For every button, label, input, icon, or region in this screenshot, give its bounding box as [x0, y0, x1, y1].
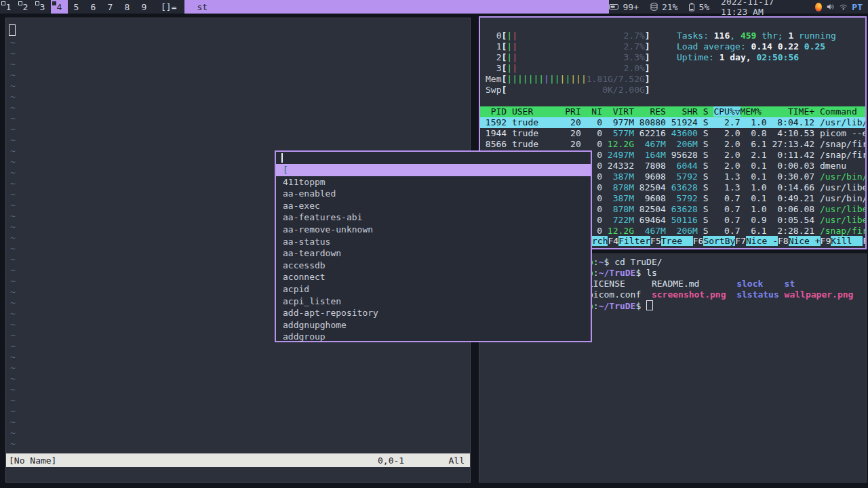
launcher-item[interactable]: acpi_listen [276, 296, 591, 308]
htop-table-header[interactable]: PID USER PRI NI VIRT RES SHR S CPU%▽MEM%… [480, 106, 865, 117]
keyboard-layout[interactable]: PT [852, 2, 863, 12]
tag-label: 2 [23, 2, 28, 12]
text-segment: F7 [735, 236, 746, 246]
text-line: LICENSE README.md slock st [588, 279, 853, 289]
workspace-tag-7[interactable]: 7 [102, 0, 119, 14]
launcher-item[interactable]: 411toppm [276, 176, 591, 188]
text-segment: 82504 [634, 182, 671, 192]
launcher-item[interactable]: aa-teardown [276, 247, 591, 260]
launcher-item[interactable]: accessdb [276, 260, 591, 272]
launcher-item[interactable]: addgroup [276, 331, 591, 343]
text-segment [646, 300, 653, 310]
text-segment: Tree [661, 236, 693, 246]
launcher-item[interactable]: aa-exec [276, 200, 591, 212]
text-line: p:~/TruDE$ ls [588, 268, 853, 279]
tag-label: 6 [91, 2, 96, 12]
text-segment: | [549, 74, 555, 84]
workspace-tag-9[interactable]: 9 [136, 0, 153, 14]
text-segment: 8566 trude 20 0 [480, 139, 608, 149]
text-segment: 5792 [671, 171, 698, 182]
text-segment: PID USER PRI NI VIRT RES SHR S [480, 106, 713, 117]
launcher-item[interactable]: aa-features-abi [276, 211, 591, 224]
workspace-tag-6[interactable]: 6 [85, 0, 102, 14]
launcher-item[interactable]: addgnupghome [276, 319, 591, 331]
text-segment: 62216 [634, 128, 671, 138]
disk-icon [650, 3, 658, 11]
text-line[interactable]: rchF4FilterF5Tree F6SortByF7Nice -F8Nice… [592, 236, 865, 247]
text-line[interactable]: 8566 trude 20 0 12.2G 467M 206M S 2.0 6.… [480, 139, 865, 150]
text-segment: F4 [608, 236, 618, 246]
firefox-tray-icon[interactable] [815, 3, 823, 12]
launcher-item-list: 411toppmaa-enabledaa-execaa-features-abi… [276, 176, 591, 343]
volume-tray-icon[interactable] [827, 3, 834, 11]
text-segment: Tasks: [677, 30, 714, 41]
launcher-item[interactable]: aa-enabled [276, 188, 591, 200]
workspace-tag-1[interactable]: 1 [0, 0, 17, 14]
text-segment: | [517, 74, 523, 84]
text-segment: F6 [693, 236, 704, 246]
text-segment: 1 day, [719, 52, 757, 62]
text-segment: ~/TruDE [599, 301, 636, 311]
text-segment: | [507, 52, 512, 62]
workspace-tag-3[interactable]: 3 [34, 0, 51, 14]
tag-label: 5 [74, 2, 79, 12]
launcher-selected-item[interactable]: [ [276, 164, 591, 176]
vim-tilde-column: ~ ~ ~ ~ ~ ~ ~ ~ ~ ~ ~ ~ ~ ~ ~ ~ ~ ~ ~ ~ … [10, 37, 16, 449]
launcher-item[interactable]: aconnect [276, 271, 591, 283]
text-segment: /usr/libe [820, 215, 865, 225]
text-segment: S 0.7 0.1 0:49.21 /usr/bin/ [698, 193, 865, 203]
launcher-search-input[interactable] [276, 152, 591, 164]
layout-indicator[interactable]: []= [153, 0, 184, 14]
text-line: Load average: 0.14 0.22 0.25 [677, 41, 836, 52]
text-segment: F5 [650, 236, 661, 246]
text-segment: 206M [671, 139, 698, 149]
launcher-item[interactable]: aa-status [276, 236, 591, 248]
launcher-item[interactable]: aa-remove-unknown [276, 224, 591, 236]
workspace-tag-8[interactable]: 8 [119, 0, 136, 14]
workspace-tag-4[interactable]: 4 [51, 0, 68, 14]
text-segment: 2.0% [624, 63, 645, 73]
text-segment: 0.14 [751, 41, 778, 52]
text-segment [634, 226, 639, 236]
text-segment: 2.7% [624, 41, 645, 52]
workspace-tag-5[interactable]: 5 [68, 0, 85, 14]
text-segment: Kill [831, 236, 863, 246]
launcher-item[interactable]: acpid [276, 283, 591, 296]
text-segment: ] [645, 41, 650, 52]
text-segment: 0 [486, 30, 501, 41]
text-line[interactable]: 1592 trude 20 0 977M 80880 51924 S 2.7 1… [480, 117, 865, 128]
tag-label: 1 [6, 2, 12, 12]
battery-value: 5% [698, 2, 709, 12]
text-line: Tasks: 116, 459 thr; 1 running [677, 30, 836, 41]
launcher-popup[interactable]: [ 411toppmaa-enabledaa-execaa-features-a… [275, 150, 592, 342]
text-segment: ~/TruDE [599, 268, 636, 278]
vim-scroll-indicator: All [449, 455, 465, 466]
launcher-item[interactable]: add-apt-repository [276, 307, 591, 319]
text-segment: $ [635, 301, 646, 311]
htop-cpu-memory-meters: 0[|| 2.7%] 1[|| 2.7%] 2[|| 3.3%] 3[|| 2.… [486, 30, 650, 96]
text-segment: 116 [714, 30, 730, 41]
text-segment: F8 [778, 236, 789, 246]
text-segment: S 0.7 0.9 0:05.54 [698, 215, 820, 225]
text-segment: 467M [639, 139, 666, 149]
text-segment: | [555, 74, 560, 84]
vim-statusline: [No Name] 0,0-1 All [6, 453, 470, 467]
text-segment [666, 226, 671, 236]
text-line: 3[|| 2.0%] [486, 63, 650, 74]
workspace-tag-2[interactable]: 2 [17, 0, 34, 14]
htop-function-key-bar[interactable]: rchF4FilterF5Tree F6SortByF7Nice -F8Nice… [592, 236, 865, 247]
wifi-tray-icon[interactable] [840, 3, 847, 11]
text-segment: | [523, 74, 528, 84]
text-segment: 9608 [634, 171, 671, 182]
system-status-area: 99+ 21% 5% 2022-11-17 11:23 AM PT [609, 0, 868, 14]
vim-buffer-name: [No Name] [6, 455, 56, 466]
text-segment: : [593, 257, 599, 267]
text-segment: /usr/libe [820, 204, 865, 214]
text-segment [507, 85, 602, 95]
text-line[interactable]: 1944 trude 20 0 577M 62216 43600 S 2.0 0… [480, 128, 865, 139]
text-line[interactable]: PID USER PRI NI VIRT RES SHR S CPU%▽MEM%… [480, 106, 865, 117]
text-segment: 82504 [634, 204, 671, 214]
text-segment: 206M [671, 226, 698, 236]
text-segment: 12.2G [608, 139, 634, 149]
disk-value: 21% [662, 2, 677, 12]
